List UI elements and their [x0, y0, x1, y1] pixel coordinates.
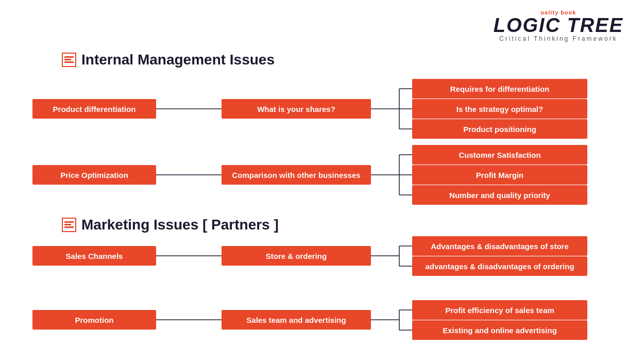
tree2-level3-1: Profit Margin — [412, 165, 587, 185]
tree1-level3-0: Requires for differentiation — [412, 79, 587, 99]
section1-title: Internal Management Issues — [81, 52, 275, 68]
tree2-level3-0: Customer Satisfaction — [412, 145, 587, 165]
section1-header: Internal Management Issues — [62, 52, 275, 68]
tree2-level1: Price Optimization — [32, 165, 156, 185]
tree4-level2: Sales team and advertising — [222, 310, 371, 330]
tree3-level1: Sales Channels — [32, 246, 156, 266]
section1-icon — [62, 53, 76, 67]
tree3-level2: Store & ordering — [222, 246, 371, 266]
logo-subtitle: Critical Thinking Framework — [494, 35, 623, 42]
tree3-level3-0: Advantages & disadvantages of store — [412, 236, 587, 256]
section2-header: Marketing Issues [ Partners ] — [62, 217, 279, 233]
tree1-level2: What is your shares? — [222, 99, 371, 119]
tree4-level3-1: Existing and online advertising — [412, 320, 587, 340]
logo-area: uality book LOGIC TREE Critical Thinking… — [494, 9, 623, 42]
tree4-level3-0: Profit efficiency of sales team — [412, 300, 587, 320]
tree1-level3-1: Is the strategy optimal? — [412, 99, 587, 119]
section2-title: Marketing Issues [ Partners ] — [81, 217, 279, 233]
page-container: uality book LOGIC TREE Critical Thinking… — [0, 0, 644, 360]
logo-title: LOGIC TREE — [494, 15, 623, 35]
tree2-level2: Comparison with other businesses — [222, 165, 371, 185]
tree2-level3-2: Number and quality priority — [412, 185, 587, 205]
tree1-level3-2: Product positioning — [412, 119, 587, 139]
tree1-level1: Product differentiation — [32, 99, 156, 119]
section2-icon — [62, 218, 76, 232]
tree4-level1: Promotion — [32, 310, 156, 330]
tree3-level3-1: advantages & disadvantages of ordering — [412, 256, 587, 276]
